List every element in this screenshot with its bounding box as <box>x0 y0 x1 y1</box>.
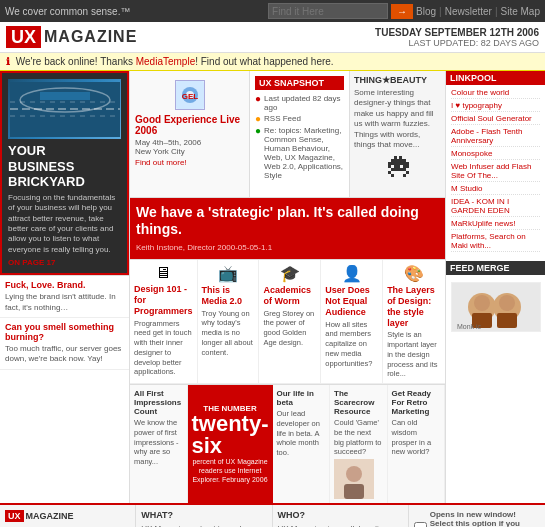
snapshot-item-3: ● Re: topics: Marketing, Common Sense, H… <box>255 126 344 180</box>
article-cell-2: 🎓 Academics of Worm Greg Storey on the p… <box>259 260 321 384</box>
svg-rect-24 <box>406 162 409 165</box>
svg-rect-35 <box>388 171 391 174</box>
top-row: GEL Good Experience Live 2006 May 4th–5t… <box>130 71 445 198</box>
svg-rect-20 <box>394 162 397 165</box>
linkpool-item-0[interactable]: Colour the world <box>451 88 540 99</box>
article-smell: Can you smell something burning? Too muc… <box>0 318 129 370</box>
svg-rect-31 <box>394 168 397 171</box>
svg-point-40 <box>346 466 362 482</box>
search-button[interactable]: → <box>391 4 413 19</box>
nav-separator2: | <box>495 6 498 17</box>
bottom-text-4: Can old wisdom prosper in a new world? <box>392 418 441 457</box>
svg-rect-26 <box>394 165 397 168</box>
bottom-title-0: All First Impressions Count <box>134 389 183 416</box>
article-text-2: Greg Storey on the power of good Golden … <box>263 309 316 348</box>
article-fuck-luck-title: Fuck, Love. Brand. <box>5 280 124 290</box>
bottom-cell-2: Our life in beta Our lead developer on l… <box>273 385 331 503</box>
footer-text-2: UX Magazine set out to explore, present … <box>141 523 266 527</box>
footer-mag: MAGAZINE <box>26 511 74 521</box>
footer-col-1: UX MAGAZINE UX MAGAZINE © 2006 UX Magazi… <box>0 505 136 527</box>
logo: UX MAGAZINE <box>6 26 137 48</box>
snapshot-header: UX SNAPSHOT <box>255 76 344 90</box>
linkpool-item-1[interactable]: I ♥ typography <box>451 101 540 112</box>
svg-rect-38 <box>403 174 406 177</box>
footer-text-3: UX Magazine is a collaborative publicati… <box>278 523 403 527</box>
hero-page: ON PAGE 17 <box>8 258 121 267</box>
snapshot-dot-2: ● <box>255 114 261 124</box>
svg-point-48 <box>499 295 515 311</box>
gel-title: Good Experience Live 2006 <box>135 114 244 136</box>
nav-sitemap[interactable]: Site Map <box>501 6 540 17</box>
bottom-text-2: Our lead developer on life in beta. A wh… <box>277 409 326 458</box>
monk-icon: Monk ic <box>451 282 541 332</box>
article-text-3: How all sites and members capitalize on … <box>325 320 378 369</box>
linkpool-item-4[interactable]: Monospoke <box>451 149 540 160</box>
new-window-label: Opens in new window! Select this option … <box>430 510 540 527</box>
linkpool-item-2[interactable]: Official Soul Generator <box>451 114 540 125</box>
article-title-4: The Layers of Design: the style layer <box>387 285 441 328</box>
article-cell-4: 🎨 The Layers of Design: the style layer … <box>383 260 445 384</box>
svg-rect-28 <box>403 165 406 168</box>
small-articles: Fuck, Love. Brand. Lying the brand isn't… <box>0 275 129 370</box>
svg-rect-27 <box>397 165 400 168</box>
svg-rect-32 <box>397 168 400 171</box>
gel-dates: May 4th–5th, 2006 <box>135 138 244 147</box>
snapshot-text-1: Last updated 82 days ago <box>264 94 344 112</box>
bottom-row: All First Impressions Count We know the … <box>130 384 445 503</box>
bottom-text-0: We know the power of first impressions -… <box>134 418 183 467</box>
hero-image <box>8 79 121 139</box>
snapshot-item-1: ● Last updated 82 days ago <box>255 94 344 112</box>
svg-rect-33 <box>400 168 403 171</box>
mediatemple-link[interactable]: MediaTemple <box>136 56 195 67</box>
svg-rect-41 <box>344 484 364 499</box>
strategic-plan-subtitle: Keith Instone, Director 2000-05-05-1.1 <box>136 242 439 253</box>
header-right: TUESDAY SEPTEMBER 12TH 2006 LAST UPDATED… <box>375 27 539 48</box>
linkpool-item-3[interactable]: Adobe - Flash Tenth Anniversary <box>451 127 540 147</box>
article-text-0: Programmers need get in touch with their… <box>134 319 193 378</box>
snapshot: UX SNAPSHOT ● Last updated 82 days ago ●… <box>250 71 350 197</box>
bottom-cell-0: All First Impressions Count We know the … <box>130 385 188 503</box>
svg-rect-30 <box>391 168 394 171</box>
snapshot-dot-3: ● <box>255 126 261 136</box>
svg-rect-36 <box>406 171 409 174</box>
svg-rect-14 <box>394 159 397 162</box>
linkpool-item-9[interactable]: Platforms, Search on Maki with... <box>451 232 540 252</box>
number-cell: THE NUMBER twenty-six percent of UX Maga… <box>188 385 273 503</box>
article-title-1: This is Media 2.0 <box>202 285 255 307</box>
alert-bar: ℹ We're back online! Thanks MediaTemple!… <box>0 53 545 71</box>
linkpool-item-5[interactable]: Web Infuser add Flash Site Of The... <box>451 162 540 182</box>
snapshot-dot-1: ● <box>255 94 261 104</box>
main-content: YOURBUSINESSBRICKYARD Focusing on the fu… <box>0 71 545 503</box>
right-column: LINKPOOL Colour the world I ♥ typography… <box>445 71 545 503</box>
nav-blog[interactable]: Blog <box>416 6 436 17</box>
top-bar: We cover common sense.™ → Blog | Newslet… <box>0 0 545 22</box>
linkpool-item-7[interactable]: IDEA - KOM IN I GARDEN EDEN <box>451 197 540 217</box>
new-window-checkbox[interactable] <box>414 522 427 527</box>
svg-rect-47 <box>497 313 517 328</box>
nav-newsletter[interactable]: Newsletter <box>445 6 492 17</box>
bottom-title-2: Our life in beta <box>277 389 326 407</box>
alert-text: We're back online! Thanks MediaTemple! F… <box>16 56 334 67</box>
gel-findout[interactable]: Find out more! <box>135 158 244 167</box>
article-fuck-luck: Fuck, Love. Brand. Lying the brand isn't… <box>0 276 129 318</box>
gel-location: New York City <box>135 147 244 156</box>
nav-separator: | <box>439 6 442 17</box>
linkpool-item-8[interactable]: MaRkUplife news! <box>451 219 540 230</box>
bottom-cell-4: Get Ready For Retro Marketing Can old wi… <box>388 385 446 503</box>
article-icon-1: 📺 <box>202 264 255 283</box>
search-input[interactable] <box>268 3 388 19</box>
tagline: We cover common sense.™ <box>5 6 130 17</box>
thing-beauty-header: THING★BEAUTY <box>354 75 441 85</box>
bottom-text-3: Could 'Game' be the next big platform to… <box>334 418 383 457</box>
article-cell-0: 🖥 Design 101 - for Programmers Programme… <box>130 260 198 384</box>
number-desc: percent of UX Magazine readers use Inter… <box>192 457 269 484</box>
svg-rect-15 <box>397 159 400 162</box>
feed-merge-content: Monk ic <box>446 275 545 339</box>
footer-col-4: Opens in new window! Select this option … <box>409 505 545 527</box>
hero-subtitle: Focusing on the fundamentals of your bus… <box>8 193 121 255</box>
bottom-title-3: The Scarecrow Resource <box>334 389 383 416</box>
article-cell-1: 📺 This is Media 2.0 Troy Young on why to… <box>198 260 260 384</box>
linkpool-item-6[interactable]: M Studio <box>451 184 540 195</box>
snapshot-text-2: RSS Feed <box>264 114 301 123</box>
footer-col-3: WHO? UX Magazine is a collaborative publ… <box>273 505 409 527</box>
